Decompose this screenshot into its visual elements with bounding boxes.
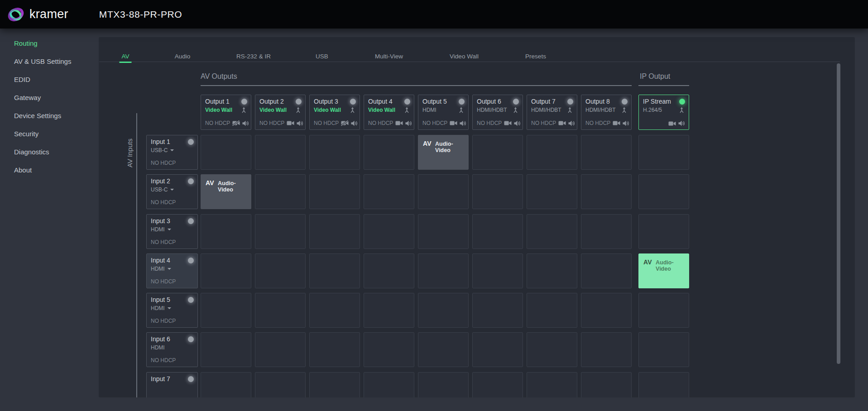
cell-input6-ip-stream[interactable]	[638, 332, 689, 367]
cell-input4-output4[interactable]	[364, 253, 414, 288]
sidebar-item-edid[interactable]: EDID	[0, 71, 99, 89]
cell-input1-output7[interactable]	[527, 135, 577, 170]
tab-rs-232-ir[interactable]: RS-232 & IR	[236, 51, 271, 62]
cell-input2-output3[interactable]	[309, 174, 360, 209]
cell-input1-output8[interactable]	[581, 135, 632, 170]
cell-input3-output6[interactable]	[472, 214, 523, 249]
cell-input7-output5[interactable]	[418, 372, 469, 397]
route-arrow-icon[interactable]	[295, 107, 302, 114]
input-source-dropdown[interactable]: HDMI	[151, 305, 171, 311]
cell-input6-output1[interactable]	[201, 332, 251, 367]
video-camera-icon[interactable]	[558, 120, 566, 126]
cell-input7-output7[interactable]	[527, 372, 577, 397]
cell-input2-output2[interactable]	[255, 174, 306, 209]
speaker-icon[interactable]	[460, 120, 466, 126]
cell-input1-output1[interactable]	[201, 135, 251, 170]
route-arrow-icon[interactable]	[349, 107, 356, 114]
cell-input1-output6[interactable]	[472, 135, 523, 170]
speaker-icon[interactable]	[623, 120, 629, 126]
vertical-scrollbar[interactable]	[837, 63, 840, 364]
cell-input5-output4[interactable]	[364, 293, 414, 328]
input-source-dropdown[interactable]: USB-C	[151, 186, 174, 193]
cell-input4-output2[interactable]	[255, 253, 306, 288]
cell-input4-ip-stream[interactable]: AVAudio-Video	[638, 253, 689, 288]
cell-input6-output3[interactable]	[309, 332, 360, 367]
cell-input2-output4[interactable]	[364, 174, 414, 209]
cell-input7-output3[interactable]	[309, 372, 360, 397]
tab-audio[interactable]: Audio	[175, 51, 191, 62]
sidebar-item-diagnostics[interactable]: Diagnostics	[0, 143, 99, 161]
cell-input3-output7[interactable]	[527, 214, 577, 249]
sidebar-item-gateway[interactable]: Gateway	[0, 89, 99, 107]
cell-input1-output3[interactable]	[309, 135, 360, 170]
cell-input3-output3[interactable]	[309, 214, 360, 249]
cell-input6-output5[interactable]	[418, 332, 469, 367]
cell-input2-output7[interactable]	[527, 174, 577, 209]
cell-input2-output6[interactable]	[472, 174, 523, 209]
speaker-icon[interactable]	[568, 120, 575, 126]
input-source-dropdown[interactable]: HDMI	[151, 266, 171, 272]
speaker-icon[interactable]	[678, 120, 685, 126]
video-muted-icon[interactable]	[232, 120, 240, 126]
tab-presets[interactable]: Presets	[525, 51, 546, 62]
cell-input5-output1[interactable]	[201, 293, 251, 328]
cell-input6-output2[interactable]	[255, 332, 306, 367]
cell-input4-output5[interactable]	[418, 253, 469, 288]
video-camera-icon[interactable]	[395, 120, 403, 126]
video-camera-icon[interactable]	[450, 120, 457, 126]
cell-input5-output7[interactable]	[527, 293, 577, 328]
cell-input2-output5[interactable]	[418, 174, 469, 209]
tab-video-wall[interactable]: Video Wall	[450, 51, 479, 62]
tab-usb[interactable]: USB	[316, 51, 328, 62]
cell-input7-ip-stream[interactable]	[638, 372, 689, 397]
cell-input3-output4[interactable]	[364, 214, 414, 249]
speaker-icon[interactable]	[405, 120, 412, 126]
cell-input1-ip-stream[interactable]	[638, 135, 689, 170]
route-arrow-icon[interactable]	[566, 107, 573, 114]
cell-input6-output7[interactable]	[527, 332, 577, 367]
route-arrow-icon[interactable]	[512, 107, 519, 114]
cell-input5-output2[interactable]	[255, 293, 306, 328]
cell-input1-output5[interactable]: AVAudio-Video	[418, 135, 469, 170]
cell-input6-output6[interactable]	[472, 332, 523, 367]
cell-input7-output6[interactable]	[472, 372, 523, 397]
sidebar-item-routing[interactable]: Routing	[0, 34, 99, 53]
cell-input4-output7[interactable]	[527, 253, 577, 288]
cell-input7-output4[interactable]	[364, 372, 414, 397]
cell-input5-output3[interactable]	[309, 293, 360, 328]
cell-input4-output3[interactable]	[309, 253, 360, 288]
video-camera-icon[interactable]	[287, 120, 294, 126]
route-arrow-icon[interactable]	[403, 107, 410, 114]
route-arrow-icon[interactable]	[678, 107, 685, 114]
cell-input4-output6[interactable]	[472, 253, 523, 288]
speaker-icon[interactable]	[351, 120, 358, 126]
cell-input1-output2[interactable]	[255, 135, 306, 170]
sidebar-item-device-settings[interactable]: Device Settings	[0, 107, 99, 125]
cell-input6-output8[interactable]	[581, 332, 632, 367]
sidebar-item-about[interactable]: About	[0, 161, 99, 179]
sidebar-item-av-usb-settings[interactable]: AV & USB Settings	[0, 53, 99, 71]
tab-multi-view[interactable]: Multi-View	[375, 51, 403, 62]
speaker-icon[interactable]	[514, 120, 521, 126]
cell-input2-output1[interactable]: AVAudio-Video	[201, 174, 251, 209]
cell-input4-output1[interactable]	[201, 253, 251, 288]
video-camera-icon[interactable]	[504, 120, 512, 126]
cell-input3-ip-stream[interactable]	[638, 214, 689, 249]
video-muted-icon[interactable]	[341, 120, 349, 126]
video-camera-icon[interactable]	[613, 120, 620, 126]
cell-input4-output8[interactable]	[581, 253, 632, 288]
route-arrow-icon[interactable]	[621, 107, 628, 114]
cell-input5-output8[interactable]	[581, 293, 632, 328]
cell-input5-output5[interactable]	[418, 293, 469, 328]
route-arrow-icon[interactable]	[240, 107, 247, 114]
sidebar-item-security[interactable]: Security	[0, 125, 99, 143]
route-arrow-icon[interactable]	[458, 107, 465, 114]
input-source-dropdown[interactable]: USB-C	[151, 147, 174, 153]
cell-input5-output6[interactable]	[472, 293, 523, 328]
input-source-dropdown[interactable]: HDMI	[151, 226, 171, 233]
speaker-icon[interactable]	[242, 120, 249, 126]
cell-input3-output8[interactable]	[581, 214, 632, 249]
cell-input6-output4[interactable]	[364, 332, 414, 367]
cell-input2-ip-stream[interactable]	[638, 174, 689, 209]
cell-input3-output5[interactable]	[418, 214, 469, 249]
